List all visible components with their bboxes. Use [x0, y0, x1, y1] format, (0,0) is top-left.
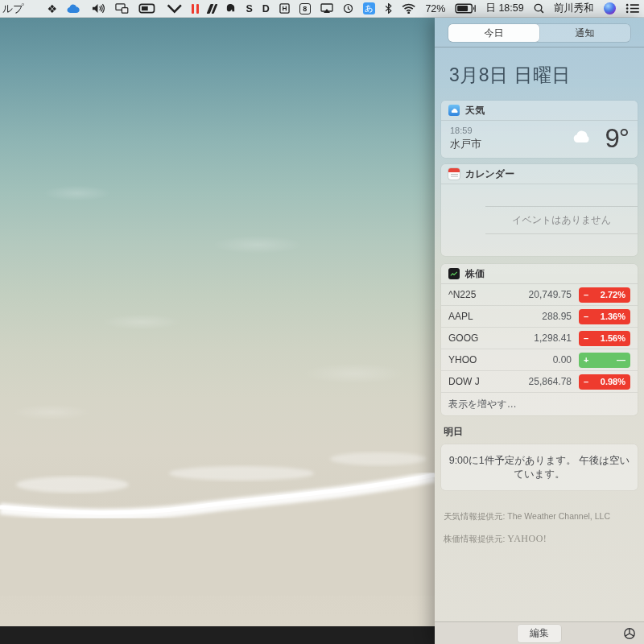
- tab-notifications[interactable]: 通知: [539, 24, 630, 42]
- stock-symbol: AAPL: [448, 311, 473, 322]
- bluetooth-icon[interactable]: [385, 2, 392, 16]
- grid-window-icon[interactable]: [279, 2, 290, 16]
- dropbox-icon[interactable]: ❖: [47, 2, 58, 16]
- menu-clock[interactable]: 日 18:59: [485, 2, 523, 16]
- weather-widget-body: 18:59 水戸市 9°: [441, 121, 638, 158]
- evernote-icon[interactable]: [225, 2, 236, 16]
- cloud-icon: [571, 130, 593, 147]
- parallels-pause-icon[interactable]: [192, 2, 199, 16]
- stock-price: 0.00: [553, 354, 579, 365]
- deepl-icon[interactable]: D: [262, 2, 270, 16]
- stock-row-aapl[interactable]: AAPL 288.95 – 1.36%: [441, 306, 638, 328]
- stock-price: 25,864.78: [529, 376, 579, 387]
- stocks-widget-header: 株価: [441, 264, 638, 284]
- display-mirroring-icon[interactable]: [115, 2, 129, 16]
- stock-change-value: 1.56%: [601, 333, 625, 343]
- weather-widget-title: 天気: [465, 104, 485, 118]
- weather-city: 水戸市: [450, 137, 481, 151]
- notification-center-panel: 今日 通知 3月8日 日曜日 天気 18:59 水戸市: [435, 18, 644, 644]
- spotlight-search-icon[interactable]: [534, 2, 544, 16]
- calendar-widget-body: イベントはありません: [441, 184, 638, 256]
- stock-price: 20,749.75: [529, 289, 579, 300]
- panel-bottom-bar: 編集: [435, 621, 644, 644]
- stock-change-sign: –: [584, 290, 588, 299]
- calendar-app-icon: [448, 168, 460, 180]
- calendar-empty-message: イベントはありません: [485, 206, 638, 234]
- stock-change-badge[interactable]: – 1.36%: [579, 309, 630, 324]
- skitch-icon[interactable]: S: [246, 2, 252, 16]
- stock-change-badge[interactable]: – 1.56%: [579, 331, 630, 346]
- desktop: ルプ ❖ S D: [0, 0, 644, 644]
- tomorrow-summary-card[interactable]: 9:00に1件予定があります。 午後は空いています。: [441, 444, 638, 490]
- stock-price: 288.95: [542, 311, 579, 322]
- stock-change-sign: –: [584, 333, 588, 343]
- stock-row-dowj[interactable]: DOW J 25,864.78 – 0.98%: [441, 371, 638, 393]
- stock-symbol: DOW J: [448, 376, 480, 387]
- stock-symbol: ^N225: [448, 289, 476, 300]
- stock-row-goog[interactable]: GOOG 1,298.41 – 1.56%: [441, 328, 638, 349]
- stocks-widget-title: 株価: [465, 267, 485, 281]
- calendar-widget-title: カレンダー: [465, 167, 514, 181]
- app-battery-icon[interactable]: [138, 2, 157, 16]
- kana-input-icon[interactable]: あ: [363, 2, 375, 14]
- stock-row-yhoo[interactable]: YHOO 0.00 + —: [441, 349, 638, 371]
- stock-change-value: 2.72%: [601, 290, 625, 299]
- dial-wheel-icon[interactable]: [622, 626, 637, 641]
- stock-symbol: YHOO: [448, 354, 477, 365]
- fast-user-switch-name[interactable]: 前川秀和: [554, 2, 594, 16]
- weather-time: 18:59: [450, 126, 481, 135]
- chevron-down-icon[interactable]: [167, 2, 183, 16]
- battery-percent-label: 72%: [425, 2, 445, 16]
- stock-change-value: —: [617, 355, 625, 365]
- menu-help-partial[interactable]: ルプ: [2, 2, 24, 16]
- time-machine-icon[interactable]: [343, 2, 353, 16]
- stocks-attribution-prefix: 株価情報提供元:: [444, 534, 507, 543]
- stock-row-n225[interactable]: ^N225 20,749.75 – 2.72%: [441, 284, 638, 306]
- battery-icon[interactable]: [455, 2, 476, 16]
- onedrive-icon[interactable]: [67, 2, 82, 16]
- tab-today[interactable]: 今日: [448, 24, 539, 42]
- today-notifications-tabs: 今日 通知: [448, 24, 630, 42]
- stocks-app-icon: [448, 268, 460, 279]
- stocks-show-more[interactable]: 表示を増やす…: [441, 393, 638, 415]
- stocks-widget[interactable]: 株価 ^N225 20,749.75 – 2.72% AAPL 288.95 –…: [441, 264, 638, 415]
- airplay-icon[interactable]: [320, 2, 333, 16]
- calendar-widget-header: カレンダー: [441, 164, 638, 184]
- calendar-date-icon[interactable]: 8: [299, 3, 311, 14]
- siri-icon[interactable]: [604, 2, 616, 14]
- stock-change-value: 0.98%: [601, 377, 625, 386]
- weather-widget[interactable]: 天気 18:59 水戸市 9°: [441, 101, 638, 158]
- yahoo-logo: YAHOO!: [507, 533, 547, 544]
- stock-change-badge[interactable]: + —: [579, 353, 630, 368]
- shore-foam-wave: [0, 435, 435, 596]
- stock-symbol: GOOG: [448, 332, 478, 344]
- diagonal-stripes-icon[interactable]: [206, 2, 219, 16]
- weather-widget-header: 天気: [441, 101, 638, 121]
- volume-icon[interactable]: [92, 2, 105, 16]
- wifi-icon[interactable]: [402, 2, 415, 16]
- stock-change-sign: –: [584, 312, 588, 321]
- stock-change-sign: +: [584, 355, 588, 365]
- calendar-widget[interactable]: カレンダー イベントはありません: [441, 164, 638, 256]
- bottom-window-strip: [0, 626, 435, 644]
- edit-button[interactable]: 編集: [518, 625, 561, 642]
- stocks-attribution: 株価情報提供元: YAHOO!: [444, 533, 635, 545]
- weather-attribution: 天気情報提供元: The Weather Channel, LLC: [444, 511, 635, 522]
- weather-temperature: 9°: [605, 123, 629, 154]
- attribution: 天気情報提供元: The Weather Channel, LLC 株価情報提供…: [444, 511, 635, 545]
- notification-center-icon[interactable]: [625, 2, 639, 16]
- stock-change-badge[interactable]: – 0.98%: [579, 374, 630, 390]
- stock-change-value: 1.36%: [601, 312, 625, 321]
- menu-bar: ルプ ❖ S D: [0, 0, 644, 18]
- tomorrow-section-title: 明日: [444, 425, 635, 439]
- stock-change-sign: –: [584, 377, 588, 386]
- stock-change-badge[interactable]: – 2.72%: [579, 287, 630, 303]
- menu-bar-status-items: ❖ S D 8: [47, 2, 639, 16]
- date-header: 3月8日 日曜日: [441, 47, 638, 101]
- stock-price: 1,298.41: [534, 332, 579, 344]
- weather-app-icon: [448, 105, 460, 116]
